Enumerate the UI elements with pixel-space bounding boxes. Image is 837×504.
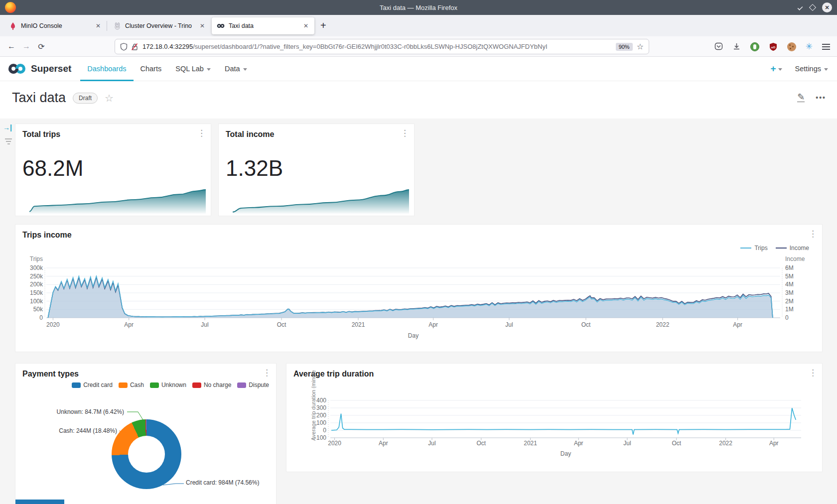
svg-text:Trips: Trips [30,255,43,262]
nav-item-sql-lab[interactable]: SQL Lab [168,57,218,81]
multi-color-extension-icon[interactable]: ✳ [806,41,813,52]
legend-item-unknown[interactable]: Unknown [150,381,186,388]
svg-text:50k: 50k [33,306,43,313]
chart-title: Total trips [22,130,60,139]
settings-menu[interactable]: Settings [795,65,828,73]
svg-text:Oct: Oct [476,440,486,447]
legend-item-no-charge[interactable]: No charge [192,381,231,388]
svg-text:Apr: Apr [733,321,742,328]
chevron-down-icon [243,68,247,71]
url-text[interactable]: 172.18.0.4:32295/superset/dashboard/1/?n… [142,43,612,50]
insecure-lock-icon[interactable] [131,43,139,51]
svg-text:Apr: Apr [379,440,388,447]
ublock-origin-icon[interactable]: uO [769,42,778,51]
svg-text:Income: Income [785,255,805,262]
edit-dashboard-icon[interactable]: ✎ [797,93,805,102]
bookmark-star-icon[interactable]: ☆ [637,42,644,51]
svg-text:2M: 2M [785,298,794,305]
favorite-star-icon[interactable]: ☆ [105,92,114,104]
svg-text:250k: 250k [30,273,43,280]
svg-text:1M: 1M [785,306,794,313]
extension-icon[interactable] [750,42,759,51]
menu-hamburger-icon[interactable] [822,42,830,51]
total-trips-card: Total trips ⋮ 68.2M [15,124,211,216]
page-zoom-badge[interactable]: 90% [616,43,633,51]
svg-text:uO: uO [771,45,776,48]
svg-text:Credit card: 984M (74.56%): Credit card: 984M (74.56%) [186,479,259,486]
payment-types-card: Payment types ⋮ Credit cardCashUnknownNo… [15,363,277,504]
nav-item-charts[interactable]: Charts [134,57,169,81]
back-button[interactable]: ← [4,42,19,51]
svg-text:200k: 200k [30,281,43,288]
browser-tab-minio-console[interactable]: MinIO Console✕ [4,17,107,34]
svg-text:2020: 2020 [46,321,60,328]
chart-kebab-menu[interactable]: ⋮ [197,128,206,138]
nav-item-data[interactable]: Data [218,57,254,81]
url-domain: 172.18.0.4:32295 [142,43,193,50]
legend-item-dispute[interactable]: Dispute [237,381,269,388]
chevron-down-icon [778,68,782,71]
trips-income-chart: TripsIncome300k6M250k5M200k4M150k3M100k2… [15,225,823,353]
total-income-value: 1.32B [226,156,283,181]
forward-button[interactable]: → [19,42,34,51]
cookie-icon[interactable] [787,42,796,51]
tab-close-icon[interactable]: ✕ [199,22,206,29]
browser-tab-cluster-overview-trino[interactable]: Cluster Overview - Trino✕ [108,17,211,34]
downloads-icon[interactable] [732,42,741,51]
expand-filter-bar-icon[interactable]: →| [3,124,14,131]
legend-swatch [72,382,81,388]
svg-text:Average trip duration (minute: Average trip duration (minute [310,370,316,441]
total-income-card: Total income ⋮ 1.32B [218,124,415,216]
maximize-button[interactable] [809,4,816,11]
svg-text:Apr: Apr [769,440,779,447]
svg-text:Apr: Apr [574,440,583,447]
url-bar[interactable]: 172.18.0.4:32295/superset/dashboard/1/?n… [115,39,649,54]
svg-text:2021: 2021 [524,440,537,447]
superset-navbar: Superset DashboardsChartsSQL LabData + S… [0,57,837,81]
url-path: /superset/dashboard/1/?native_filters_ke… [193,43,547,50]
new-item-button[interactable]: + [770,63,782,74]
svg-text:0: 0 [785,314,789,321]
tab-close-icon[interactable]: ✕ [302,22,309,29]
chart-kebab-menu[interactable]: ⋮ [401,128,409,138]
svg-text:6M: 6M [785,264,794,271]
chart-title: Payment types [22,370,79,378]
svg-text:-100: -100 [314,434,326,441]
svg-text:Jul: Jul [428,440,435,447]
svg-text:100: 100 [316,419,326,426]
new-tab-button[interactable]: + [314,20,332,31]
minio-icon [9,22,17,30]
chart-kebab-menu[interactable]: ⋮ [263,368,271,378]
superset-nav-items: DashboardsChartsSQL LabData [80,57,254,81]
pocket-icon[interactable] [714,42,723,51]
svg-text:0: 0 [323,427,326,434]
minimize-button[interactable] [798,5,803,10]
svg-text:0: 0 [39,314,43,321]
dashboard-menu-ellipsis[interactable]: ••• [816,94,826,102]
legend-item-cash[interactable]: Cash [119,381,144,388]
svg-text:100k: 100k [30,298,43,305]
legend-item-credit-card[interactable]: Credit card [72,381,113,388]
svg-text:200: 200 [316,412,326,419]
svg-text:2022: 2022 [656,321,670,328]
trino-icon [113,22,121,30]
nav-item-dashboards[interactable]: Dashboards [80,57,133,81]
superset-logo-icon [7,63,27,75]
legend-swatch [192,382,201,388]
tab-title: MinIO Console [21,22,95,29]
total-trips-value: 68.2M [22,156,83,181]
browser-tab-taxi-data[interactable]: Taxi data✕ [212,17,314,34]
tab-close-icon[interactable]: ✕ [95,22,102,29]
avg-trip-duration-chart: Average trip duration (minute40030020010… [286,364,823,473]
svg-text:Jul: Jul [201,321,208,328]
tracking-shield-icon[interactable] [120,43,128,51]
svg-text:Jul: Jul [505,321,513,328]
total-trips-sparkline [15,187,212,215]
superset-brand-name: Superset [31,63,71,74]
svg-text:Oct: Oct [672,440,681,447]
close-button[interactable]: ✕ [822,2,832,12]
reload-button[interactable]: ⟳ [34,42,49,51]
chevron-down-icon [207,68,211,71]
svg-text:2020: 2020 [328,440,341,447]
superset-brand[interactable]: Superset [7,63,71,75]
